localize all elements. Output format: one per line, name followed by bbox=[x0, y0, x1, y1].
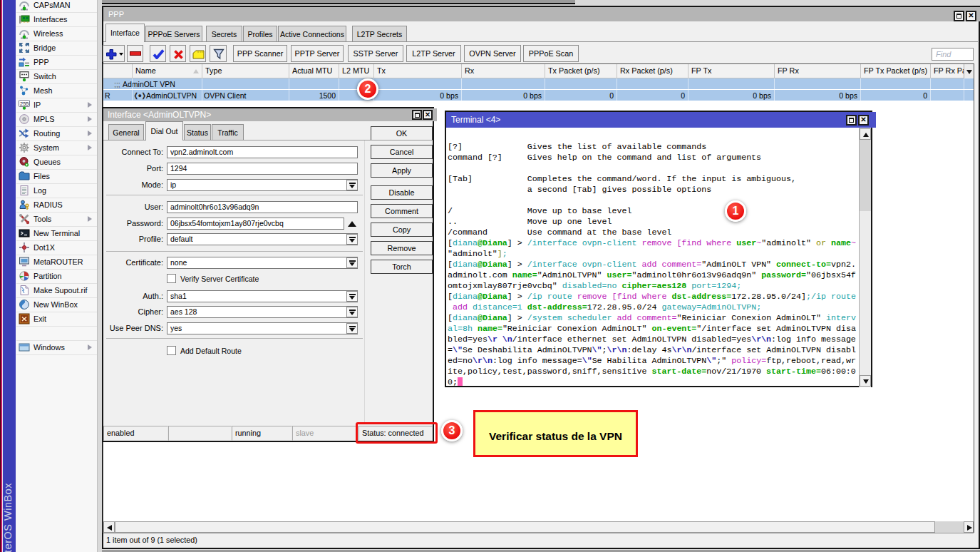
svg-text:255: 255 bbox=[20, 101, 29, 107]
